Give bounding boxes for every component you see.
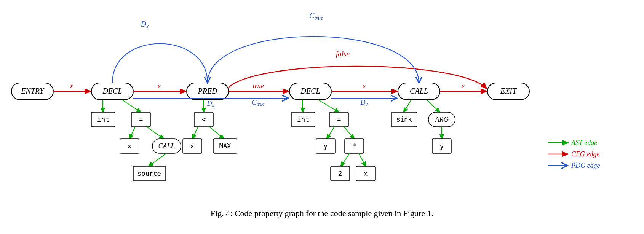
svg-line-73	[404, 100, 411, 112]
svg-text:MAX: MAX	[219, 142, 231, 150]
svg-line-68	[359, 153, 366, 166]
figure-caption: Fig. 4: Code property graph for the code…	[0, 205, 644, 221]
svg-text:AST edge: AST edge	[571, 139, 597, 146]
svg-text:DECL: DECL	[300, 87, 320, 95]
svg-text:PDG edge: PDG edge	[571, 162, 600, 169]
svg-text:<: <	[202, 115, 206, 123]
svg-text:=: =	[139, 115, 143, 123]
svg-text:Dx: Dx	[141, 20, 149, 29]
svg-line-62	[344, 127, 354, 139]
svg-text:x: x	[128, 142, 132, 150]
svg-text:x: x	[364, 169, 368, 177]
svg-text:DECL: DECL	[102, 87, 122, 95]
caption-text: Fig. 4: Code property graph for the code…	[211, 209, 433, 218]
svg-text:=: =	[337, 115, 341, 123]
svg-text:x: x	[190, 142, 195, 150]
svg-line-56	[318, 100, 339, 112]
svg-text:CALL: CALL	[410, 87, 428, 95]
svg-text:Dy: Dy	[360, 99, 368, 107]
diagram-container: ENTRY DECL PRED DECL CALL EXIT ε ε true …	[0, 0, 644, 205]
svg-line-49	[192, 127, 198, 139]
svg-line-38	[147, 127, 164, 139]
svg-text:y: y	[324, 142, 328, 150]
svg-text:2: 2	[338, 169, 342, 177]
svg-text:int: int	[297, 115, 310, 123]
svg-text:ε: ε	[363, 82, 366, 90]
svg-line-74	[427, 100, 440, 112]
svg-text:*: *	[352, 142, 356, 150]
svg-line-67	[341, 153, 350, 166]
svg-text:source: source	[137, 170, 161, 177]
svg-text:ε: ε	[158, 82, 161, 90]
svg-text:ε: ε	[70, 82, 73, 90]
svg-line-43	[149, 153, 166, 166]
svg-line-32	[122, 100, 141, 112]
svg-text:ε: ε	[462, 82, 465, 90]
svg-text:false: false	[336, 50, 350, 58]
svg-text:Dx: Dx	[207, 100, 214, 108]
svg-text:y: y	[440, 142, 444, 150]
svg-line-37	[129, 127, 135, 139]
svg-text:EXIT: EXIT	[500, 87, 517, 95]
svg-text:CALL: CALL	[158, 142, 174, 150]
svg-text:CFG edge: CFG edge	[571, 150, 599, 158]
svg-text:ENTRY: ENTRY	[21, 87, 45, 95]
diagram-svg: ENTRY DECL PRED DECL CALL EXIT ε ε true …	[0, 0, 644, 205]
svg-line-61	[327, 127, 334, 139]
svg-text:sink: sink	[396, 116, 412, 123]
svg-text:true: true	[253, 82, 264, 90]
svg-text:int: int	[97, 115, 110, 123]
svg-line-50	[209, 127, 224, 139]
svg-text:PRED: PRED	[197, 87, 217, 95]
svg-text:Ctrue: Ctrue	[309, 11, 323, 21]
svg-text:ARG: ARG	[435, 116, 449, 123]
svg-text:Ctrue: Ctrue	[252, 99, 265, 107]
